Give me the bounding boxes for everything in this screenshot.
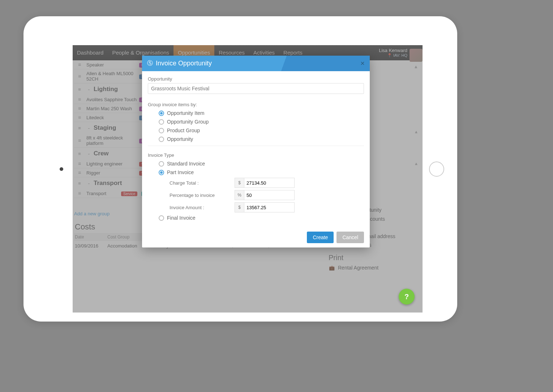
group-by-label: Group invoice items by: [148, 102, 364, 107]
currency-addon: $ [235, 178, 244, 188]
radio-opportunity-item[interactable]: Opportunity Item [148, 109, 364, 117]
tablet-home-button[interactable] [429, 161, 444, 177]
create-button[interactable]: Create [307, 232, 334, 243]
invoice-amount-input[interactable] [244, 202, 295, 212]
opportunity-input[interactable] [148, 83, 364, 94]
invoice-opportunity-modal: Ⓢ Invoice Opportunity × Opportunity Grou… [142, 56, 370, 247]
radio-icon [159, 215, 164, 221]
close-icon[interactable]: × [360, 59, 365, 68]
percentage-input[interactable] [244, 190, 295, 200]
help-fab[interactable]: ? [399, 289, 415, 305]
modal-header: Ⓢ Invoice Opportunity × [142, 56, 370, 71]
radio-icon [159, 137, 164, 142]
radio-final-invoice[interactable]: Final Invoice [148, 214, 364, 222]
app-screen: Dashboard People & Organisations Opportu… [73, 45, 423, 313]
tablet-camera [60, 167, 63, 171]
modal-title: Invoice Opportunity [156, 60, 212, 67]
radio-standard-invoice[interactable]: Standard Invoice [148, 159, 364, 168]
invoice-type-label: Invoice Type [148, 152, 364, 158]
percent-addon: % [235, 190, 244, 200]
charge-total-input[interactable] [244, 178, 295, 188]
invoice-amount-label: Invoice Amount : [170, 205, 235, 210]
radio-opportunity[interactable]: Opportunity [148, 135, 364, 143]
tablet-frame: Dashboard People & Organisations Opportu… [23, 16, 457, 322]
radio-icon [159, 111, 164, 116]
radio-icon [159, 170, 164, 175]
radio-icon [159, 119, 164, 125]
radio-product-group[interactable]: Product Group [148, 126, 364, 135]
radio-part-invoice[interactable]: Part Invoice [148, 168, 364, 177]
cancel-button[interactable]: Cancel [336, 232, 364, 243]
radio-opportunity-group[interactable]: Opportunity Group [148, 117, 364, 126]
percentage-label: Percentage to invoice [170, 193, 235, 198]
charge-total-label: Charge Total : [170, 180, 235, 186]
radio-icon [159, 161, 164, 167]
opportunity-label: Opportunity [148, 76, 364, 82]
currency-icon: Ⓢ [147, 60, 153, 67]
radio-icon [159, 128, 164, 133]
currency-addon: $ [235, 202, 244, 212]
